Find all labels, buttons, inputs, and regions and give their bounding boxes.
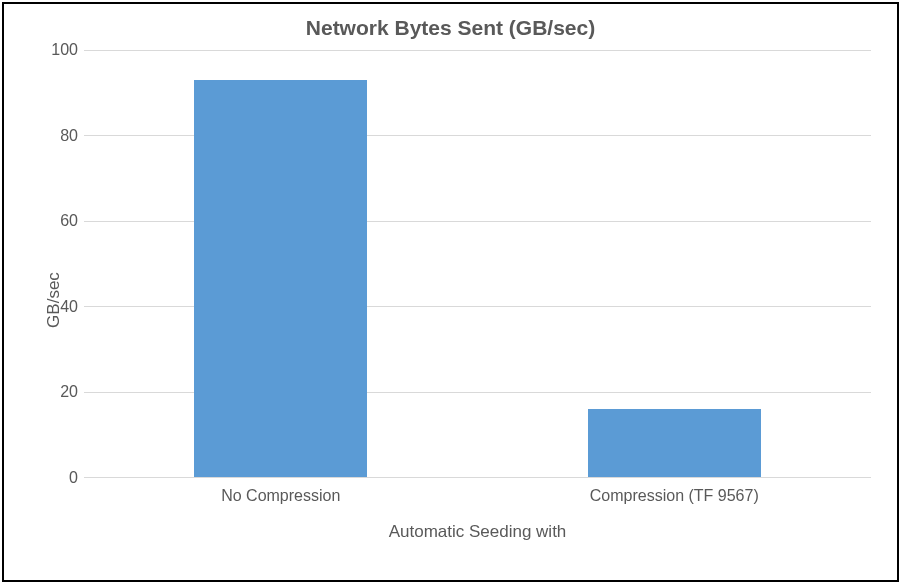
plot-area: No CompressionCompression (TF 9567) — [84, 50, 871, 478]
x-tick-label: No Compression — [221, 487, 340, 505]
chart-body: GB/sec 020406080100 No CompressionCompre… — [24, 50, 877, 550]
x-tick-label: Compression (TF 9567) — [590, 487, 759, 505]
chart-container: Network Bytes Sent (GB/sec) GB/sec 02040… — [2, 2, 899, 582]
plot-wrap: 020406080100 No CompressionCompression (… — [84, 50, 871, 478]
y-tick-labels: 020406080100 — [42, 50, 78, 478]
x-axis-title: Automatic Seeding with — [84, 522, 871, 542]
y-tick-label: 20 — [42, 383, 78, 401]
grid-line — [84, 50, 871, 51]
y-tick-label: 0 — [42, 469, 78, 487]
y-tick-label: 80 — [42, 127, 78, 145]
bar — [194, 80, 367, 477]
y-tick-label: 60 — [42, 212, 78, 230]
bar — [588, 409, 761, 477]
y-tick-label: 40 — [42, 298, 78, 316]
chart-title: Network Bytes Sent (GB/sec) — [24, 16, 877, 40]
y-tick-label: 100 — [42, 41, 78, 59]
